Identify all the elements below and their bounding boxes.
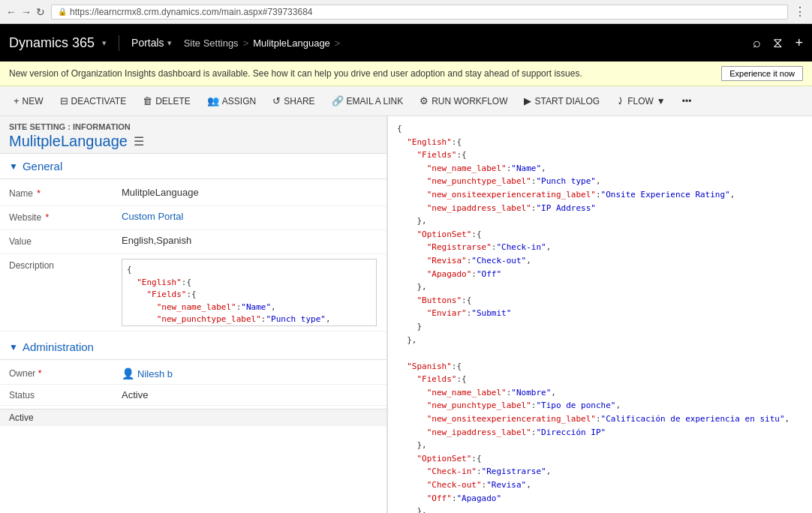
value-field-row: Value English,Spanish: [0, 230, 386, 254]
name-required: *: [35, 188, 41, 199]
name-value[interactable]: MulitpleLanguage: [122, 187, 377, 198]
general-toggle-icon[interactable]: ▼: [9, 161, 18, 172]
person-icon: 👤: [122, 368, 134, 380]
json-line-19: "new_name_label":"Nombre",: [397, 386, 803, 400]
forward-icon[interactable]: →: [21, 6, 32, 18]
status-field-row: Status Active: [0, 385, 386, 406]
json-line-28: },: [397, 505, 803, 513]
admin-section-title: Administration: [23, 340, 94, 353]
json-line-2: "Fields":{: [397, 148, 803, 162]
flow-dropdown-icon: ▼: [657, 96, 666, 106]
json-line-6: "new_ipaddress_label":"IP Address": [397, 202, 803, 215]
website-required: *: [43, 212, 49, 223]
description-field-row: Description { "English":{ "Fields":{ "ne…: [0, 254, 386, 332]
email-link-button[interactable]: 🔗 EMAIL A LINK: [324, 91, 411, 111]
assign-button[interactable]: 👥 ASSIGN: [200, 91, 263, 111]
json-line-10: "Revisa":"Check-out",: [397, 254, 803, 268]
url-bar[interactable]: 🔒 https://learncrmx8.crm.dynamics.com/ma…: [51, 4, 788, 20]
breadcrumb-mulitplelanguage: MulitpleLanguage: [253, 38, 330, 49]
json-line-18: "Fields":{: [397, 373, 803, 386]
assign-label: ASSIGN: [222, 96, 256, 106]
general-section-header: ▼ General: [0, 154, 386, 179]
lock-icon: 🔒: [58, 8, 67, 16]
json-line-5: "new_onsiteexperiencerating_label":"Onsi…: [397, 188, 803, 202]
search-icon[interactable]: ⌕: [753, 35, 761, 51]
hamburger-icon[interactable]: ☰: [134, 134, 144, 148]
website-value[interactable]: Custom Portal: [122, 211, 377, 222]
general-fields: Name * MulitpleLanguage Website * Custom…: [0, 179, 386, 334]
app-title-section: Dynamics 365 ▾: [9, 35, 119, 51]
entity-type: SITE SETTING : INFORMATION: [9, 122, 377, 131]
json-line-3: "new_name_label":"Name",: [397, 162, 803, 176]
back-icon[interactable]: ←: [6, 6, 17, 18]
run-workflow-button[interactable]: ⚙ RUN WORKFLOW: [412, 91, 515, 111]
share-label: SHARE: [284, 96, 314, 106]
portals-nav[interactable]: Portals ▾: [119, 37, 184, 49]
flow-button[interactable]: ⤸ FLOW ▼: [609, 91, 673, 111]
owner-field-row: Owner * 👤 Nilesh b: [0, 363, 386, 385]
app-title-chevron[interactable]: ▾: [102, 38, 107, 48]
deactivate-button[interactable]: ⊟ DEACTIVATE: [53, 91, 134, 111]
json-line-24: "OptionSet":{: [397, 452, 803, 466]
value-value[interactable]: English,Spanish: [122, 235, 377, 246]
flow-label: FLOW: [627, 96, 654, 106]
description-textarea[interactable]: { "English":{ "Fields":{ "new_name_label…: [122, 259, 377, 326]
administration-section: ▼ Administration Owner * 👤 Nilesh b Stat…: [0, 334, 386, 409]
add-icon[interactable]: +: [795, 35, 803, 51]
deactivate-icon: ⊟: [60, 95, 68, 106]
start-dialog-button[interactable]: ▶ START DIALOG: [516, 91, 607, 111]
admin-toggle-icon[interactable]: ▼: [9, 342, 18, 352]
page-title-row: MulitpleLanguage ☰: [9, 133, 377, 150]
delete-button[interactable]: 🗑 DELETE: [135, 91, 198, 111]
breadcrumb-site-settings[interactable]: Site Settings: [184, 38, 239, 49]
new-label: NEW: [23, 96, 44, 106]
deactivate-label: DEACTIVATE: [71, 96, 127, 106]
json-line-25: "Check-in":"Registrarse",: [397, 465, 803, 478]
page-title: MulitpleLanguage: [9, 133, 128, 150]
breadcrumb-arrow-1: >: [243, 38, 249, 49]
json-line-27: "Off":"Apagado": [397, 492, 803, 506]
share-button[interactable]: ↺ SHARE: [265, 91, 322, 111]
more-label: •••: [682, 96, 692, 106]
json-line-23: },: [397, 439, 803, 452]
json-line-11: "Apagado":"Off": [397, 268, 803, 281]
admin-fields: Owner * 👤 Nilesh b Status Active: [0, 360, 386, 409]
json-line-21: "new_onsiteexperiencerating_label":"Cali…: [397, 412, 803, 426]
status-label: Status: [9, 390, 122, 400]
app-title-text: Dynamics 365: [9, 35, 95, 51]
json-line-blank: [397, 346, 803, 360]
name-label: Name *: [9, 187, 122, 199]
json-line-22: "new_ipaddress_label":"Dirección IP": [397, 426, 803, 440]
json-line-16: },: [397, 334, 803, 347]
new-button[interactable]: + NEW: [6, 91, 51, 111]
main-container: SITE SETTING : INFORMATION MulitpleLangu…: [0, 116, 812, 513]
status-text: Active: [9, 412, 34, 423]
share-icon: ↺: [272, 95, 281, 106]
browser-nav[interactable]: ← → ↻: [6, 6, 45, 18]
url-text: https://learncrmx8.crm.dynamics.com/main…: [70, 7, 312, 17]
breadcrumb-arrow-2: >: [335, 38, 341, 49]
general-section-title: General: [23, 160, 62, 172]
json-line-0: {: [397, 122, 803, 136]
refresh-icon[interactable]: ↻: [36, 6, 45, 18]
history-icon[interactable]: ⧖: [773, 35, 783, 51]
browser-bar: ← → ↻ 🔒 https://learncrmx8.crm.dynamics.…: [0, 0, 812, 24]
more-button[interactable]: •••: [675, 92, 699, 111]
experience-button[interactable]: Experience it now: [721, 66, 803, 81]
json-line-15: }: [397, 320, 803, 334]
dialog-label: START DIALOG: [534, 96, 600, 106]
delete-label: DELETE: [155, 96, 191, 106]
value-label: Value: [9, 235, 122, 247]
flow-icon: ⤸: [616, 95, 624, 106]
browser-menu-icon[interactable]: ⋮: [794, 4, 806, 19]
page-header: SITE SETTING : INFORMATION MulitpleLangu…: [0, 116, 386, 154]
json-viewer-panel[interactable]: { "English":{ "Fields":{ "new_name_label…: [387, 116, 812, 513]
delete-icon: 🗑: [143, 95, 152, 106]
workflow-label: RUN WORKFLOW: [432, 96, 507, 106]
portals-chevron[interactable]: ▾: [167, 38, 172, 48]
json-line-7: },: [397, 214, 803, 228]
json-line-12: },: [397, 280, 803, 294]
owner-value[interactable]: 👤 Nilesh b: [122, 368, 173, 380]
dialog-icon: ▶: [524, 95, 531, 106]
json-line-17: "Spanish":{: [397, 360, 803, 374]
